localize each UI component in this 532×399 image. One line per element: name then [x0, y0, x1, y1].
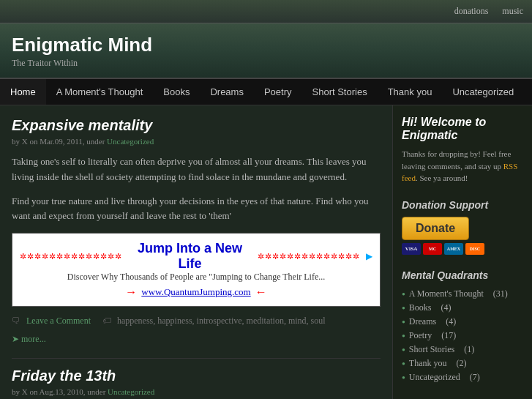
- mq-item-books: Books (4): [402, 301, 523, 315]
- mq-item-short-stories: Short Stories (1): [402, 343, 523, 357]
- post-2-category[interactable]: Uncategorized: [108, 387, 154, 396]
- post-1-body2: Find your true nature and live through y…: [12, 194, 381, 225]
- nav-item-moments-thought[interactable]: A Moment's Thought: [46, 79, 154, 105]
- donate-button[interactable]: Donate: [402, 217, 469, 240]
- ad-url[interactable]: www.QuantumJumping.com: [141, 286, 250, 298]
- nav-item-dreams[interactable]: Dreams: [200, 79, 254, 105]
- mq-item-moments-thought: A Moment's Thought (31): [402, 287, 523, 301]
- welcome-widget: Hi! Welcome to Enigmatic Thanks for drop…: [402, 116, 523, 184]
- mq-item-poetry: Poetry (17): [402, 329, 523, 343]
- site-subtitle: The Traitor Within: [12, 58, 520, 69]
- mastercard-icon: MC: [423, 243, 442, 255]
- advertisement[interactable]: ✲✲✲✲✲✲✲✲✲✲✲✲✲✲ Jump Into a New Life ✲✲✲✲…: [12, 233, 381, 307]
- main-layout: Expansive mentality by X on Mar.09, 2011…: [0, 105, 532, 399]
- nav-item-uncategorized[interactable]: Uncategorized: [442, 79, 524, 105]
- mq-item-dreams: Dreams (4): [402, 315, 523, 329]
- nav-item-thank-you[interactable]: Thank you: [378, 79, 443, 105]
- post-2-meta: by X on Aug.13, 2010, under Uncategorize…: [12, 387, 381, 396]
- post-1-footer: 🗨 Leave a Comment 🏷 happeness, happiness…: [12, 316, 381, 327]
- post-1-category[interactable]: Uncategorized: [107, 137, 154, 146]
- ad-title: Jump Into a New Life: [128, 241, 252, 272]
- visa-icon: VISA: [402, 243, 421, 255]
- post-1-tags: happeness, happiness, introspective, med…: [117, 316, 326, 327]
- mq-item-uncategorized: Uncategorized (7): [402, 370, 523, 384]
- ad-stars-left: ✲✲✲✲✲✲✲✲✲✲✲✲✲✲: [20, 252, 122, 261]
- ad-arrow-right: ←: [255, 286, 267, 299]
- main-nav: Home A Moment's Thought Books Dreams Poe…: [0, 79, 532, 105]
- post-divider: [12, 358, 381, 359]
- post-1-title: Expansive mentality: [12, 117, 381, 134]
- more-link-anchor[interactable]: more...: [21, 334, 46, 344]
- mental-quadrants-title: Mental Quadrants: [402, 269, 523, 281]
- ad-arrow-left: →: [125, 286, 137, 299]
- credit-card-icons: VISA MC AMEX DISC: [402, 243, 523, 255]
- ad-subtitle: Discover Why Thousands of People are "Ju…: [20, 272, 372, 283]
- top-bar: donations music: [0, 0, 532, 23]
- site-title: Enigmatic Mind: [12, 34, 520, 56]
- donation-widget: Donation Support Donate VISA MC AMEX DIS…: [402, 199, 523, 255]
- post-2: Friday the 13th by X on Aug.13, 2010, un…: [12, 368, 381, 396]
- mental-quadrants-widget: Mental Quadrants A Moment's Thought (31)…: [402, 269, 523, 384]
- amex-icon: AMEX: [444, 243, 463, 255]
- rss-link[interactable]: RSS feed: [402, 162, 517, 183]
- welcome-text: Thanks for dropping by! Feel free leavin…: [402, 148, 523, 184]
- post-2-title: Friday the 13th: [12, 368, 381, 384]
- sidebar: Hi! Welcome to Enigmatic Thanks for drop…: [393, 105, 532, 399]
- nav-item-short-stories[interactable]: Short Stories: [302, 79, 378, 105]
- donations-link[interactable]: donations: [454, 6, 489, 16]
- more-link: ➤ more...: [12, 334, 381, 345]
- music-link[interactable]: music: [502, 6, 523, 16]
- post-1-meta: by X on Mar.09, 2011, under Uncategorize…: [12, 137, 381, 146]
- content-area: Expansive mentality by X on Mar.09, 2011…: [0, 105, 393, 399]
- leave-comment-link[interactable]: Leave a Comment: [26, 316, 91, 327]
- post-1-body1: Taking one's self to literally can often…: [12, 154, 381, 185]
- discover-icon: DISC: [465, 243, 484, 255]
- welcome-title: Hi! Welcome to Enigmatic: [402, 116, 523, 142]
- post-1: Expansive mentality by X on Mar.09, 2011…: [12, 117, 381, 345]
- ad-url-line: → www.QuantumJumping.com ←: [20, 286, 372, 299]
- donation-title: Donation Support: [402, 199, 523, 211]
- mental-quadrants-list: A Moment's Thought (31) Books (4) Dreams…: [402, 287, 523, 384]
- nav-item-books[interactable]: Books: [153, 79, 200, 105]
- nav-item-poetry[interactable]: Poetry: [254, 79, 302, 105]
- mq-item-thank-you: Thank you (2): [402, 357, 523, 370]
- header: Enigmatic Mind The Traitor Within: [0, 23, 532, 79]
- nav-item-home[interactable]: Home: [0, 79, 46, 105]
- ad-stars-right: ✲✲✲✲✲✲✲✲✲✲✲✲✲✲: [258, 252, 360, 261]
